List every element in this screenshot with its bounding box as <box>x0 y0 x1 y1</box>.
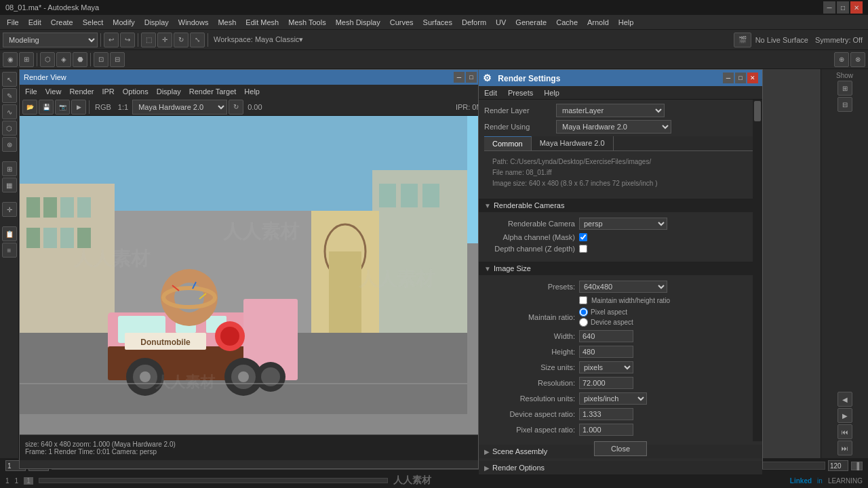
right-icon-1[interactable]: ⊞ <box>837 81 852 96</box>
snap-btn-1[interactable]: ⊡ <box>94 52 108 67</box>
rv-save-button[interactable]: 💾 <box>39 100 54 115</box>
grid-icon[interactable]: ⊞ <box>2 161 17 176</box>
rv-menu-render-target[interactable]: Render Target <box>186 87 239 96</box>
tab-maya-hardware[interactable]: Maya Hardware 2.0 <box>532 136 614 150</box>
camera-dropdown[interactable]: persp <box>579 218 667 230</box>
rs-render-options-section[interactable]: ▶ Render Options <box>479 461 762 474</box>
menu-arnold[interactable]: Arnold <box>583 17 613 28</box>
menu-mesh[interactable]: Mesh <box>214 17 240 28</box>
rs-scroll-thumb[interactable] <box>754 101 761 121</box>
rv-renderer-dropdown[interactable]: Maya Hardware 2.0 <box>132 100 227 115</box>
rv-menu-ipr[interactable]: IPR <box>99 87 117 96</box>
close-button[interactable]: ✕ <box>850 1 863 14</box>
polygon-icon[interactable]: ⬡ <box>2 121 17 136</box>
rs-minimize-button[interactable]: ─ <box>723 73 734 83</box>
rv-menu-display[interactable]: Display <box>154 87 184 96</box>
nav-icon-3[interactable]: ⏮ <box>837 424 852 439</box>
scale-button[interactable]: ⤡ <box>190 33 205 47</box>
workspace-dropdown[interactable]: Modeling <box>3 33 98 47</box>
render-using-dropdown[interactable]: Maya Hardware 2.0 <box>556 120 671 134</box>
rs-close-button[interactable]: ✕ <box>747 73 758 83</box>
sculpt-icon[interactable]: ⊛ <box>2 137 17 152</box>
select-tool-icon[interactable]: ↖ <box>2 72 17 87</box>
nav-icon-2[interactable]: ▶ <box>837 408 852 423</box>
playback-bar[interactable] <box>39 478 388 483</box>
select-button[interactable]: ⬚ <box>141 33 156 47</box>
depth-checkbox[interactable] <box>579 245 587 253</box>
resolution-input[interactable] <box>579 377 633 389</box>
tool-btn-1[interactable]: ◉ <box>3 52 18 67</box>
rv-snap-button[interactable]: 📷 <box>55 100 70 115</box>
curve-icon[interactable]: ∿ <box>2 104 17 119</box>
nav-icon-1[interactable]: ◀ <box>837 392 852 407</box>
rv-ipr-button[interactable]: ▶ <box>71 100 86 115</box>
rv-open-button[interactable]: 📂 <box>22 100 37 115</box>
alpha-checkbox[interactable] <box>579 233 587 241</box>
menu-select[interactable]: Select <box>79 17 108 28</box>
menu-mesh-tools[interactable]: Mesh Tools <box>284 17 330 28</box>
presets-dropdown[interactable]: 640x480 <box>579 281 667 293</box>
rotate-button[interactable]: ↻ <box>174 33 189 47</box>
menu-mesh-display[interactable]: Mesh Display <box>332 17 384 28</box>
rv-menu-file[interactable]: File <box>22 87 40 96</box>
rv-menu-options[interactable]: Options <box>120 87 151 96</box>
rs-scrollbar[interactable] <box>753 100 762 441</box>
rs-image-size-section[interactable]: ▼ Image Size <box>479 262 762 275</box>
menu-uv[interactable]: UV <box>492 17 510 28</box>
snap-btn-2[interactable]: ⊟ <box>110 52 125 67</box>
pixel-aspect-ratio-input[interactable] <box>579 424 633 436</box>
redo-button[interactable]: ↪ <box>120 33 135 47</box>
right-icon-2[interactable]: ⊟ <box>837 97 852 112</box>
rs-close-button-bottom[interactable]: Close <box>594 441 647 456</box>
menu-generate[interactable]: Generate <box>511 17 551 28</box>
device-aspect-ratio-input[interactable] <box>579 408 633 420</box>
height-input[interactable] <box>579 346 633 358</box>
rv-maximize-button[interactable]: □ <box>466 72 477 83</box>
maintain-ratio-checkbox[interactable] <box>579 296 587 304</box>
menu-display[interactable]: Display <box>140 17 173 28</box>
resolution-units-dropdown[interactable]: pixels/inch <box>579 392 647 405</box>
menu-modify[interactable]: Modify <box>108 17 138 28</box>
width-input[interactable] <box>579 330 633 342</box>
tool-btn-2[interactable]: ⊞ <box>19 52 34 67</box>
move-button[interactable]: ✛ <box>157 33 172 47</box>
menu-edit[interactable]: Edit <box>24 17 45 28</box>
menu-cache[interactable]: Cache <box>552 17 582 28</box>
maximize-button[interactable]: □ <box>837 1 849 14</box>
render-layer-dropdown[interactable]: masterLayer <box>556 104 665 117</box>
size-units-dropdown[interactable]: pixels <box>579 361 633 373</box>
right-tool-1[interactable]: ⊕ <box>834 52 849 67</box>
layout-icon[interactable]: ▦ <box>2 178 17 192</box>
menu-file[interactable]: File <box>3 17 23 28</box>
channel-icon[interactable]: ≡ <box>2 243 17 258</box>
rs-menu-presets[interactable]: Presets <box>505 89 536 97</box>
tool-btn-4[interactable]: ◈ <box>56 52 71 67</box>
right-tool-2[interactable]: ⊗ <box>850 52 865 67</box>
move-icon[interactable]: ✛ <box>2 202 17 217</box>
device-aspect-radio[interactable] <box>579 318 588 327</box>
pixel-aspect-radio[interactable] <box>579 308 588 317</box>
nav-icon-4[interactable]: ⏭ <box>837 441 852 455</box>
menu-surfaces[interactable]: Surfaces <box>419 17 456 28</box>
rs-menu-edit[interactable]: Edit <box>481 89 500 97</box>
minimize-button[interactable]: ─ <box>823 1 835 14</box>
menu-create[interactable]: Create <box>47 17 77 28</box>
rv-menu-view[interactable]: View <box>43 87 64 96</box>
rv-minimize-button[interactable]: ─ <box>454 72 465 83</box>
menu-edit-mesh[interactable]: Edit Mesh <box>241 17 283 28</box>
menu-deform[interactable]: Deform <box>458 17 490 28</box>
attribute-icon[interactable]: 📋 <box>2 226 17 241</box>
tool-btn-5[interactable]: ⬣ <box>73 52 87 67</box>
rs-menu-help[interactable]: Help <box>541 89 562 97</box>
timeline-end-input[interactable] <box>828 460 848 471</box>
menu-windows[interactable]: Windows <box>174 17 213 28</box>
rv-menu-help[interactable]: Help <box>241 87 262 96</box>
undo-button[interactable]: ↩ <box>104 33 119 47</box>
menu-help[interactable]: Help <box>614 17 638 28</box>
paint-icon[interactable]: ✎ <box>2 88 17 103</box>
tab-common[interactable]: Common <box>484 136 532 150</box>
rs-renderable-cameras-section[interactable]: ▼ Renderable Cameras <box>479 199 762 212</box>
menu-curves[interactable]: Curves <box>386 17 418 28</box>
tool-btn-3[interactable]: ⬡ <box>40 52 55 67</box>
render-button[interactable]: 🎬 <box>734 33 751 47</box>
